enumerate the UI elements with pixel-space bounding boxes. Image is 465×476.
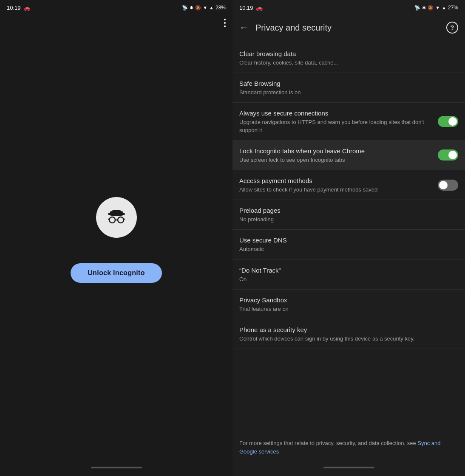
settings-item-title-safe-browsing: Safe Browsing <box>239 79 458 88</box>
settings-item-title-clear-browsing: Clear browsing data <box>239 49 458 58</box>
settings-item-subtitle-lock-incognito: Use screen lock to see open Incognito ta… <box>239 156 433 164</box>
settings-item-subtitle-do-not-track: On <box>239 276 458 283</box>
see-other-tabs-link[interactable]: See other tabs <box>97 274 136 281</box>
settings-item-title-security-key: Phone as a security key <box>239 325 458 334</box>
settings-item-text-lock-incognito: Lock Incognito tabs when you leave Chrom… <box>239 146 433 164</box>
right-panel: 10:19 🚗 📡 ✱ 🔕 ▼ ▲ 27% ← Privacy and secu… <box>232 0 465 476</box>
settings-item-title-lock-incognito: Lock Incognito tabs when you leave Chrom… <box>239 146 433 155</box>
settings-item-payment-methods[interactable]: Access payment methodsAllow sites to che… <box>232 170 465 200</box>
settings-item-title-secure-connections: Always use secure connections <box>239 109 433 118</box>
toggle-payment-methods[interactable] <box>438 180 458 191</box>
back-button[interactable]: ← <box>236 19 252 37</box>
settings-item-title-payment-methods: Access payment methods <box>239 176 433 185</box>
left-panel: 10:19 🚗 📡 ✱ 🔕 ▼ ▲ 28% <box>0 0 232 476</box>
settings-item-security-key[interactable]: Phone as a security keyControl which dev… <box>232 319 465 349</box>
settings-item-title-do-not-track: “Do Not Track” <box>239 266 458 275</box>
toggle-thumb-payment-methods <box>439 181 448 189</box>
settings-item-safe-browsing[interactable]: Safe BrowsingStandard protection is on <box>232 73 465 103</box>
settings-item-text-secure-dns: Use secure DNSAutomatic <box>239 236 458 253</box>
settings-item-subtitle-safe-browsing: Standard protection is on <box>239 89 458 96</box>
page-title: Privacy and security <box>255 23 446 33</box>
settings-item-subtitle-secure-connections: Upgrade navigations to HTTPS and warn yo… <box>239 118 433 134</box>
right-home-bar <box>232 462 465 476</box>
toggle-secure-connections[interactable] <box>438 116 458 127</box>
settings-item-text-do-not-track: “Do Not Track”On <box>239 266 458 283</box>
left-home-bar <box>0 462 232 476</box>
right-battery: 27% <box>448 5 458 11</box>
right-signal-icon: ▲ <box>442 5 446 10</box>
left-status-left: 10:19 🚗 <box>7 5 30 11</box>
footer-text: For more settings that relate to privacy… <box>239 440 417 446</box>
right-wifi-icon: ▼ <box>435 5 440 10</box>
settings-item-text-payment-methods: Access payment methodsAllow sites to che… <box>239 176 433 194</box>
settings-item-clear-browsing[interactable]: Clear browsing dataClear history, cookie… <box>232 43 465 73</box>
settings-item-title-secure-dns: Use secure DNS <box>239 236 458 245</box>
incognito-logo <box>96 197 137 238</box>
right-time: 10:19 <box>239 5 253 11</box>
settings-item-title-privacy-sandbox: Privacy Sandbox <box>239 296 458 304</box>
settings-item-text-preload-pages: Preload pagesNo preloading <box>239 206 458 223</box>
toggle-thumb-lock-incognito <box>448 151 457 159</box>
left-mute-icon: 🔕 <box>195 5 201 11</box>
right-bt-icon: ✱ <box>422 5 426 11</box>
right-mute-icon: 🔕 <box>428 5 434 11</box>
settings-item-do-not-track[interactable]: “Do Not Track”On <box>232 260 465 290</box>
settings-item-subtitle-preload-pages: No preloading <box>239 216 458 223</box>
left-signal-icon: ▲ <box>209 5 214 10</box>
settings-item-text-security-key: Phone as a security keyControl which dev… <box>239 325 458 343</box>
settings-item-privacy-sandbox[interactable]: Privacy SandboxTrial features are on <box>232 290 465 319</box>
left-wifi-icon: ▼ <box>203 5 207 10</box>
page-header: ← Privacy and security ? <box>232 15 465 43</box>
incognito-center: Unlock Incognito See other tabs <box>0 15 232 462</box>
settings-item-lock-incognito[interactable]: Lock Incognito tabs when you leave Chrom… <box>232 141 465 170</box>
left-driving-icon: 🚗 <box>23 5 30 11</box>
settings-item-text-privacy-sandbox: Privacy SandboxTrial features are on <box>239 296 458 313</box>
left-status-right: 📡 ✱ 🔕 ▼ ▲ 28% <box>182 5 226 11</box>
left-nav-bar <box>91 467 142 468</box>
settings-item-text-clear-browsing: Clear browsing dataClear history, cookie… <box>239 49 458 67</box>
footer-note: For more settings that relate to privacy… <box>232 432 465 462</box>
right-status-bar: 10:19 🚗 📡 ✱ 🔕 ▼ ▲ 27% <box>232 0 465 15</box>
settings-item-text-safe-browsing: Safe BrowsingStandard protection is on <box>239 79 458 96</box>
settings-item-secure-dns[interactable]: Use secure DNSAutomatic <box>232 230 465 259</box>
left-battery: 28% <box>215 5 226 11</box>
right-nav-bar <box>323 467 374 468</box>
more-menu[interactable] <box>224 19 226 27</box>
settings-item-preload-pages[interactable]: Preload pagesNo preloading <box>232 200 465 230</box>
settings-item-subtitle-payment-methods: Allow sites to check if you have payment… <box>239 186 433 194</box>
left-time: 10:19 <box>7 5 21 11</box>
left-status-bar: 10:19 🚗 📡 ✱ 🔕 ▼ ▲ 28% <box>0 0 232 15</box>
settings-item-subtitle-privacy-sandbox: Trial features are on <box>239 305 458 313</box>
svg-line-6 <box>108 219 109 220</box>
svg-line-7 <box>124 219 125 220</box>
svg-point-4 <box>118 217 124 223</box>
settings-item-title-preload-pages: Preload pages <box>239 206 458 215</box>
left-cast-icon: 📡 <box>182 5 188 11</box>
right-cast-icon: 📡 <box>414 5 420 11</box>
left-bt-icon: ✱ <box>190 5 193 11</box>
settings-item-text-secure-connections: Always use secure connectionsUpgrade nav… <box>239 109 433 134</box>
toggle-thumb-secure-connections <box>448 117 457 126</box>
settings-list: Clear browsing dataClear history, cookie… <box>232 43 465 432</box>
right-driving-icon: 🚗 <box>256 5 263 11</box>
svg-point-2 <box>111 210 122 213</box>
toggle-lock-incognito[interactable] <box>438 149 458 161</box>
settings-item-subtitle-security-key: Control which devices can sign in by usi… <box>239 335 458 343</box>
settings-item-secure-connections[interactable]: Always use secure connectionsUpgrade nav… <box>232 103 465 140</box>
right-status-right: 📡 ✱ 🔕 ▼ ▲ 27% <box>414 5 458 11</box>
right-status-left: 10:19 🚗 <box>239 5 263 11</box>
svg-point-3 <box>109 217 115 223</box>
incognito-icon <box>104 205 129 230</box>
settings-item-subtitle-secure-dns: Automatic <box>239 245 458 253</box>
settings-item-subtitle-clear-browsing: Clear history, cookies, site data, cache… <box>239 59 458 67</box>
help-button[interactable]: ? <box>446 22 458 34</box>
